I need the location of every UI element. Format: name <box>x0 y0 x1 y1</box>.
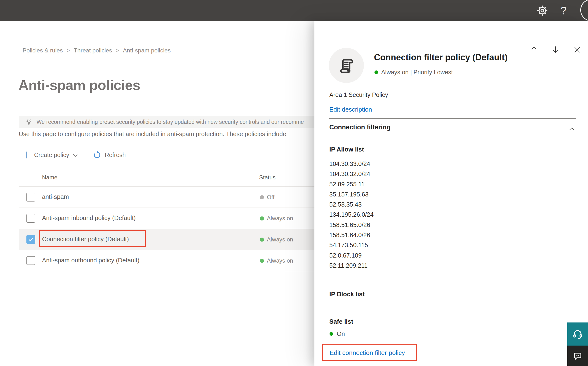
status-label: Always on <box>267 257 293 264</box>
panel-status-line: Always on | Priority Lowest <box>375 69 453 76</box>
policy-icon-circle <box>329 48 364 83</box>
column-header-status[interactable]: Status <box>259 174 276 181</box>
row-checkbox[interactable] <box>26 193 35 201</box>
ip-address-item: 52.89.255.11 <box>329 179 374 189</box>
status-dot <box>260 238 264 242</box>
status-cell: Always on <box>260 215 293 222</box>
policies-table: Name Status anti-spam Off Anti-spam inbo… <box>19 165 314 271</box>
avatar-initial: M <box>587 4 588 16</box>
status-label: Off <box>267 194 275 201</box>
refresh-icon <box>93 151 101 159</box>
app-root: ? M Policies & rules > Threat policies >… <box>0 0 588 366</box>
create-policy-label: Create policy <box>34 152 69 159</box>
divider <box>329 118 576 119</box>
policy-details-panel: Connection filter policy (Default) Alway… <box>314 21 588 366</box>
feedback-chat-button[interactable] <box>567 346 588 366</box>
breadcrumb-policies-rules[interactable]: Policies & rules <box>22 47 63 54</box>
status-cell: Always on <box>260 236 293 243</box>
top-app-bar: ? M <box>0 0 588 21</box>
banner-text: We recommend enabling preset security po… <box>37 119 304 125</box>
table-row[interactable]: Anti-spam inbound policy (Default) Alway… <box>19 208 314 229</box>
table-row[interactable]: Anti-spam outbound policy (Default) Alwa… <box>19 250 314 271</box>
section-title: Connection filtering <box>329 124 390 131</box>
policy-name: Anti-spam inbound policy (Default) <box>42 214 136 221</box>
chevron-down-icon <box>73 153 78 158</box>
panel-title: Connection filter policy (Default) <box>374 53 578 62</box>
column-header-name[interactable]: Name <box>42 174 57 181</box>
checkmark-icon <box>28 236 34 242</box>
annotation-red-box-policy-name <box>39 230 146 247</box>
support-button[interactable] <box>567 322 588 346</box>
toolbar: Create policy Refresh <box>22 149 126 161</box>
status-cell: Off <box>260 194 275 201</box>
chat-bubble-icon <box>573 351 583 361</box>
ip-address-item: 52.11.209.211 <box>329 260 374 271</box>
status-dot <box>375 70 378 74</box>
safe-list-status-text: On <box>337 330 345 337</box>
plus-icon <box>22 151 30 159</box>
account-avatar[interactable]: M <box>580 0 588 21</box>
ip-allow-list: 104.30.33.0/24 104.30.32.0/24 52.89.255.… <box>329 159 374 271</box>
help-icon: ? <box>560 4 567 17</box>
page-title: Anti-spam policies <box>18 77 140 93</box>
policy-name: Anti-spam outbound policy (Default) <box>42 257 139 264</box>
chevron-up-icon[interactable] <box>568 126 575 133</box>
help-button[interactable]: ? <box>556 0 571 21</box>
ip-address-item: 104.30.32.0/24 <box>329 169 374 179</box>
breadcrumb: Policies & rules > Threat policies > Ant… <box>22 47 171 54</box>
ip-address-item: 35.157.195.63 <box>329 189 374 199</box>
status-dot <box>260 216 264 221</box>
recommendation-banner: We recommend enabling preset security po… <box>19 116 314 128</box>
ip-address-item: 134.195.26.0/24 <box>329 209 374 220</box>
ip-block-list-title: IP Block list <box>329 290 365 298</box>
scroll-icon <box>337 56 356 75</box>
settings-button[interactable] <box>535 0 550 21</box>
ip-address-item: 104.30.33.0/24 <box>329 159 374 169</box>
row-checkbox[interactable] <box>26 256 35 265</box>
refresh-button[interactable]: Refresh <box>93 151 126 159</box>
edit-description-link[interactable]: Edit description <box>329 106 372 113</box>
annotation-red-box-edit-link <box>322 344 417 361</box>
status-dot <box>330 332 333 336</box>
ip-address-item: 54.173.50.115 <box>329 240 374 250</box>
ip-allow-list-title: IP Allow list <box>329 146 364 153</box>
breadcrumb-separator: > <box>116 47 119 54</box>
ip-address-item: 158.51.64.0/26 <box>329 230 374 240</box>
status-dot <box>260 195 264 199</box>
panel-status-text: Always on | Priority Lowest <box>381 69 453 76</box>
ip-address-item: 52.0.67.109 <box>329 250 374 260</box>
refresh-label: Refresh <box>105 152 126 159</box>
breadcrumb-threat-policies[interactable]: Threat policies <box>74 47 112 54</box>
connection-filtering-section-header[interactable]: Connection filtering <box>329 124 576 134</box>
safe-list-status: On <box>330 330 345 337</box>
status-label: Always on <box>267 215 293 222</box>
page-description: Use this page to configure policies that… <box>19 130 314 137</box>
policy-description: Area 1 Security Policy <box>329 92 388 98</box>
gear-icon <box>536 4 549 17</box>
ip-address-item: 52.58.35.43 <box>329 199 374 209</box>
table-row[interactable]: anti-spam Off <box>19 187 314 208</box>
lightbulb-icon <box>25 118 32 126</box>
safe-list-title: Safe list <box>329 318 353 325</box>
create-policy-button[interactable]: Create policy <box>22 151 78 159</box>
breadcrumb-separator: > <box>66 47 70 54</box>
status-dot <box>260 259 264 263</box>
status-cell: Always on <box>260 257 293 264</box>
status-label: Always on <box>267 236 293 243</box>
headset-icon <box>572 328 583 340</box>
row-checkbox[interactable] <box>26 214 35 223</box>
row-checkbox-checked[interactable] <box>26 235 35 244</box>
breadcrumb-anti-spam-policies[interactable]: Anti-spam policies <box>123 47 171 54</box>
policy-name: anti-spam <box>42 193 69 200</box>
ip-address-item: 158.51.65.0/26 <box>329 220 374 230</box>
table-header: Name Status <box>19 165 314 187</box>
